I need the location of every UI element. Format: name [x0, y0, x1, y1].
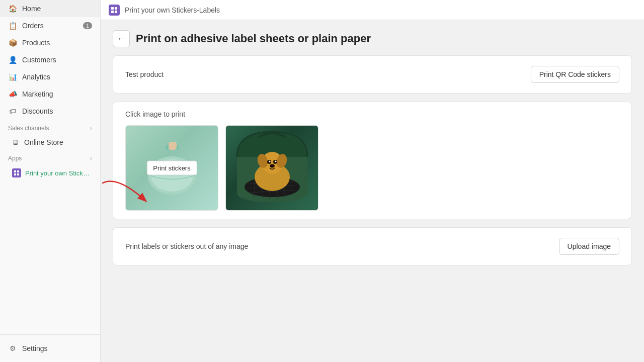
topbar-title: Print your own Stickers-Labels — [125, 6, 220, 14]
main-area: Print your own Stickers-Labels ← Print o… — [101, 0, 644, 362]
sales-channels-label: Sales channels — [8, 125, 49, 132]
sidebar-item-discounts[interactable]: 🏷 Discounts — [0, 103, 100, 120]
sidebar-item-marketing[interactable]: 📣 Marketing — [0, 85, 100, 103]
sidebar: 🏠 Home 📋 Orders 1 📦 Products 👤 Customers… — [0, 0, 101, 362]
settings-icon: ⚙ — [8, 344, 17, 353]
product-image-dog[interactable] — [225, 125, 318, 211]
apps-section-header[interactable]: Apps › — [0, 150, 100, 165]
product-card: Test product Print QR Code stickers — [113, 55, 632, 94]
sidebar-item-online-store[interactable]: 🖥 Online Store — [0, 135, 100, 150]
customers-icon: 👤 — [8, 55, 17, 64]
upload-image-button[interactable]: Upload image — [559, 238, 619, 255]
product-card-row: Test product Print QR Code stickers — [113, 56, 631, 93]
sidebar-item-orders[interactable]: 📋 Orders 1 — [0, 17, 100, 34]
svg-rect-2 — [14, 173, 16, 175]
page-title: Print on adhesive label sheets or plain … — [136, 32, 371, 45]
sidebar-item-customers[interactable]: 👤 Customers — [0, 51, 100, 68]
svg-rect-4 — [111, 7, 114, 10]
sidebar-bottom: ⚙ Settings — [0, 334, 100, 362]
sidebar-item-settings[interactable]: ⚙ Settings — [0, 340, 100, 357]
sidebar-item-products-label: Products — [22, 39, 50, 47]
marketing-icon: 📣 — [8, 89, 17, 99]
sidebar-item-products[interactable]: 📦 Products — [0, 34, 100, 51]
store-icon: 🖥 — [12, 138, 19, 146]
sidebar-item-analytics-label: Analytics — [22, 73, 50, 81]
svg-rect-3 — [17, 173, 19, 175]
svg-rect-7 — [115, 11, 117, 13]
svg-point-27 — [275, 160, 276, 162]
back-arrow-icon: ← — [117, 34, 125, 43]
upload-card: Print labels or stickers out of any imag… — [113, 227, 632, 265]
upload-label: Print labels or stickers out of any imag… — [125, 242, 248, 250]
app-icon — [12, 168, 21, 177]
orders-icon: 📋 — [8, 21, 17, 30]
app-item-label: Print your own Stickers-L... — [25, 169, 92, 177]
page-header: ← Print on adhesive label sheets or plai… — [101, 20, 644, 55]
settings-label: Settings — [22, 344, 48, 352]
sidebar-item-home-label: Home — [22, 5, 41, 13]
svg-rect-8 — [169, 142, 177, 150]
images-card: Click image to print — [113, 102, 632, 219]
topbar: Print your own Stickers-Labels — [101, 0, 644, 20]
svg-rect-1 — [17, 170, 19, 172]
dog-illustration — [226, 126, 318, 210]
topbar-app-icon — [109, 5, 120, 16]
sidebar-item-home[interactable]: 🏠 Home — [0, 0, 100, 17]
svg-rect-0 — [14, 170, 16, 172]
discounts-icon: 🏷 — [8, 107, 17, 116]
sidebar-item-orders-label: Orders — [22, 22, 44, 30]
analytics-icon: 📊 — [8, 72, 17, 81]
sidebar-item-analytics[interactable]: 📊 Analytics — [0, 68, 100, 85]
images-grid-wrapper: Print stickers — [125, 125, 619, 211]
home-icon: 🏠 — [8, 4, 17, 13]
apps-chevron-icon: › — [90, 155, 92, 162]
product-image-bag[interactable]: Print stickers — [125, 125, 218, 211]
svg-point-26 — [269, 160, 270, 162]
sales-channels-header[interactable]: Sales channels › — [0, 120, 100, 135]
back-button[interactable]: ← — [113, 30, 130, 47]
svg-point-10 — [151, 159, 193, 192]
upload-card-row: Print labels or stickers out of any imag… — [113, 228, 631, 265]
svg-point-28 — [270, 164, 275, 167]
click-image-label: Click image to print — [125, 110, 619, 118]
svg-rect-5 — [115, 7, 117, 10]
apps-label: Apps — [8, 155, 22, 162]
print-qr-button[interactable]: Print QR Code stickers — [531, 66, 619, 83]
bag-illustration — [126, 126, 218, 210]
online-store-label: Online Store — [24, 138, 63, 146]
images-section: Click image to print — [113, 102, 631, 219]
sidebar-item-marketing-label: Marketing — [22, 90, 53, 98]
sidebar-item-discounts-label: Discounts — [22, 107, 53, 115]
images-grid: Print stickers — [125, 125, 619, 211]
sidebar-item-customers-label: Customers — [22, 56, 56, 64]
chevron-right-icon: › — [90, 125, 92, 132]
sidebar-item-app[interactable]: Print your own Stickers-L... — [0, 165, 100, 181]
products-icon: 📦 — [8, 38, 17, 47]
orders-badge: 1 — [83, 22, 92, 29]
svg-rect-6 — [111, 11, 114, 13]
product-label: Test product — [125, 70, 164, 78]
